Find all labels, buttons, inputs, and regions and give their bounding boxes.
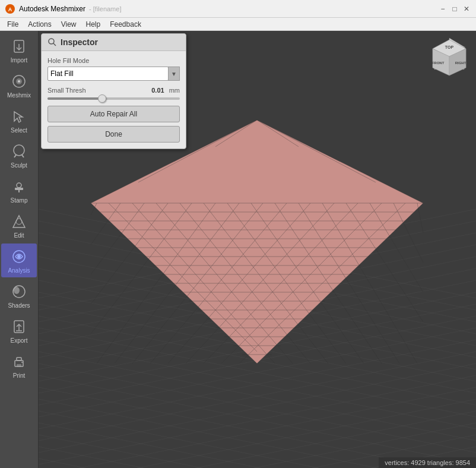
select-arrow-icon: ▼: [168, 67, 180, 81]
menu-help[interactable]: Help: [81, 19, 106, 30]
nav-cube[interactable]: TOP FRONT RIGHT TOP FRONT RIGHT: [429, 37, 470, 78]
svg-text:A: A: [8, 7, 12, 12]
meshmix-icon: [9, 72, 28, 91]
close-button[interactable]: ✕: [462, 4, 471, 14]
titlebar: A Autodesk Meshmixer - [filename] − □ ✕: [0, 0, 476, 18]
window-controls: − □ ✕: [438, 4, 471, 14]
sidebar-label-export: Export: [11, 337, 28, 344]
nav-cube-svg: TOP FRONT RIGHT TOP FRONT RIGHT: [429, 37, 470, 78]
viewport-area[interactable]: Inspector Hole Fill Mode Flat Fill Smoot…: [39, 31, 476, 468]
shaders-icon: [9, 282, 28, 301]
slider-track[interactable]: [47, 97, 180, 100]
sidebar-label-select: Select: [11, 127, 27, 134]
edit-icon: [9, 212, 28, 231]
titlebar-left: A Autodesk Meshmixer - [filename]: [5, 4, 121, 14]
hole-fill-row: Flat Fill Smooth Fill Minimal Fill ▼: [47, 67, 180, 81]
stamp-icon: [9, 177, 28, 196]
status-text: vertices: 4929 triangles: 9854: [385, 459, 470, 466]
app-logo: A: [5, 4, 15, 14]
svg-rect-22: [17, 358, 21, 361]
small-thresh-unit: mm: [169, 87, 180, 94]
svg-point-126: [49, 39, 54, 44]
export-icon: [9, 317, 28, 336]
sidebar-item-edit[interactable]: Edit: [1, 208, 37, 242]
svg-rect-21: [17, 364, 21, 367]
menubar: File Actions View Help Feedback: [0, 18, 476, 31]
sidebar-item-stamp[interactable]: Stamp: [1, 173, 37, 207]
menu-view[interactable]: View: [56, 19, 81, 30]
svg-text:TOP: TOP: [445, 45, 454, 49]
small-thresh-value: 0.01: [151, 87, 164, 94]
analysis-icon: [9, 247, 28, 266]
sidebar-label-print: Print: [13, 372, 26, 379]
sidebar-item-meshmix[interactable]: Meshmix: [1, 68, 37, 102]
app-title: Autodesk Meshmixer: [19, 5, 85, 13]
svg-text:FRONT: FRONT: [432, 61, 445, 65]
svg-point-6: [18, 80, 20, 83]
inspector-panel: Inspector Hole Fill Mode Flat Fill Smoot…: [41, 33, 186, 149]
sidebar-label-meshmix: Meshmix: [7, 92, 31, 99]
maximize-button[interactable]: □: [450, 4, 459, 14]
sidebar-item-sculpt[interactable]: Sculpt: [1, 138, 37, 172]
slider-thumb[interactable]: [98, 94, 106, 103]
search-icon: [47, 37, 57, 47]
small-thresh-label: Small Thresh: [47, 87, 147, 94]
filename-label: - [filename]: [89, 5, 121, 12]
menu-actions[interactable]: Actions: [23, 19, 56, 30]
sidebar-item-analysis[interactable]: Analysis: [1, 244, 37, 277]
sidebar-label-stamp: Stamp: [11, 197, 28, 204]
sidebar-item-import[interactable]: Import: [1, 33, 37, 67]
sidebar-label-edit: Edit: [14, 232, 24, 239]
svg-point-16: [14, 287, 20, 294]
sidebar-label-shaders: Shaders: [8, 302, 30, 309]
sidebar-item-select[interactable]: Select: [1, 103, 37, 137]
auto-repair-button[interactable]: Auto Repair All: [47, 106, 180, 122]
svg-line-127: [53, 43, 56, 46]
svg-marker-11: [13, 216, 25, 227]
menu-feedback[interactable]: Feedback: [105, 19, 146, 30]
print-icon: [9, 352, 28, 371]
svg-point-7: [14, 145, 24, 156]
menu-file[interactable]: File: [2, 19, 23, 30]
svg-point-23: [21, 362, 23, 363]
inspector-header: Inspector: [42, 34, 186, 51]
slider-container: [47, 97, 180, 100]
status-bar: vertices: 4929 triangles: 9854: [379, 457, 476, 468]
svg-point-14: [17, 255, 21, 258]
svg-rect-9: [17, 183, 21, 188]
select-icon: [9, 107, 28, 126]
sidebar-label-sculpt: Sculpt: [11, 162, 27, 169]
inspector-title: Inspector: [61, 37, 98, 47]
sidebar-item-shaders[interactable]: Shaders: [1, 279, 37, 312]
sidebar-item-print[interactable]: Print: [1, 349, 37, 382]
svg-text:RIGHT: RIGHT: [455, 61, 467, 65]
slider-fill: [47, 97, 100, 100]
done-button[interactable]: Done: [47, 126, 180, 143]
minimize-button[interactable]: −: [438, 4, 448, 14]
sculpt-icon: [9, 142, 28, 161]
sidebar: Import Meshmix Select: [0, 31, 39, 468]
hole-fill-label: Hole Fill Mode: [47, 57, 180, 64]
small-thresh-row: Small Thresh 0.01 mm: [47, 87, 180, 94]
main-layout: Import Meshmix Select: [0, 31, 476, 468]
svg-point-12: [16, 219, 22, 224]
sidebar-item-export[interactable]: Export: [1, 314, 37, 347]
sidebar-label-import: Import: [11, 57, 27, 64]
inspector-body: Hole Fill Mode Flat Fill Smooth Fill Min…: [42, 51, 186, 148]
import-icon: [9, 37, 28, 56]
hole-fill-select[interactable]: Flat Fill Smooth Fill Minimal Fill: [47, 67, 169, 81]
sidebar-label-analysis: Analysis: [8, 267, 30, 274]
